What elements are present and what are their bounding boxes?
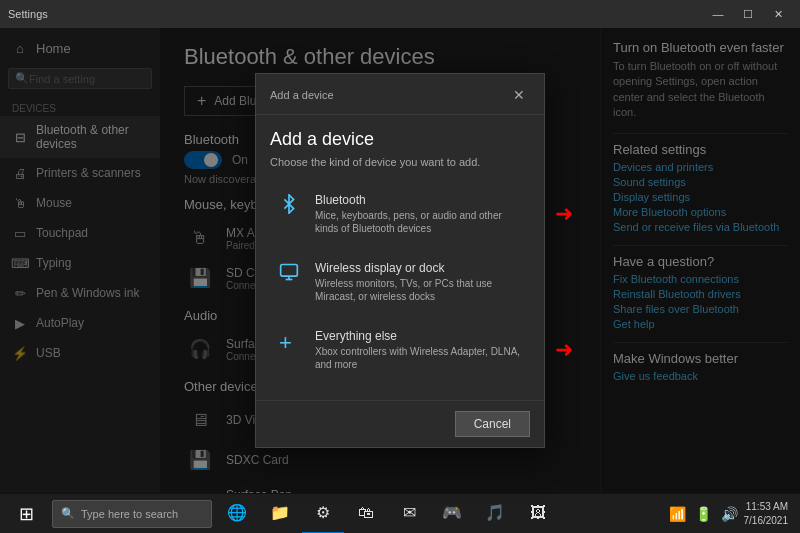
svg-rect-0 xyxy=(281,265,298,277)
modal-title: Add a device xyxy=(270,129,530,150)
red-arrow-bluetooth: ➜ xyxy=(555,201,573,227)
everything-option-title: Everything else xyxy=(315,329,521,343)
modal-option-everything[interactable]: + Everything else Xbox controllers with … xyxy=(270,318,530,382)
taskbar-apps: 🌐 📁 ⚙ 🛍 ✉ 🎮 🎵 🖼 xyxy=(216,494,559,534)
taskbar-app-mail[interactable]: ✉ xyxy=(388,494,430,534)
taskbar-app-settings[interactable]: ⚙ xyxy=(302,494,344,534)
volume-icon[interactable]: 🔊 xyxy=(718,494,742,534)
battery-icon[interactable]: 🔋 xyxy=(692,494,716,534)
taskbar-app-edge[interactable]: 🌐 xyxy=(216,494,258,534)
taskbar-system-icons: 📶 🔋 🔊 11:53 AM 7/16/2021 xyxy=(666,494,797,534)
modal-subtitle: Choose the kind of device you want to ad… xyxy=(270,156,530,168)
search-icon: 🔍 xyxy=(61,507,75,520)
bluetooth-option-title: Bluetooth xyxy=(315,193,521,207)
modal-body: Add a device Choose the kind of device y… xyxy=(256,115,544,400)
taskbar-app-files[interactable]: 📁 xyxy=(259,494,301,534)
taskbar-search[interactable]: 🔍 Type here to search xyxy=(52,500,212,528)
modal-option-wireless[interactable]: Wireless display or dock Wireless monito… xyxy=(270,250,530,314)
taskbar-time[interactable]: 11:53 AM 7/16/2021 xyxy=(744,500,797,528)
modal-header: Add a device ✕ xyxy=(256,74,544,115)
wireless-option-title: Wireless display or dock xyxy=(315,261,521,275)
taskbar-app-store[interactable]: 🛍 xyxy=(345,494,387,534)
titlebar: Settings — ☐ ✕ xyxy=(0,0,800,28)
taskbar-app-photos[interactable]: 🖼 xyxy=(517,494,559,534)
modal-option-bluetooth[interactable]: Bluetooth Mice, keyboards, pens, or audi… xyxy=(270,182,530,246)
wireless-option-icon xyxy=(279,262,303,287)
start-button[interactable]: ⊞ xyxy=(4,494,48,533)
modal-overlay: Add a device ✕ Add a device Choose the k… xyxy=(0,28,800,493)
modal-header-title: Add a device xyxy=(270,89,334,101)
modal-footer: Cancel xyxy=(256,400,544,447)
red-arrow-everything: ➜ xyxy=(555,337,573,363)
maximize-button[interactable]: ☐ xyxy=(734,4,762,24)
modal-close-button[interactable]: ✕ xyxy=(508,84,530,106)
modal-cancel-button[interactable]: Cancel xyxy=(455,411,530,437)
taskbar-search-label: Type here to search xyxy=(81,508,178,520)
close-button[interactable]: ✕ xyxy=(764,4,792,24)
taskbar: ⊞ 🔍 Type here to search 🌐 📁 ⚙ 🛍 ✉ 🎮 🎵 🖼 … xyxy=(0,493,800,533)
everything-option-desc: Xbox controllers with Wireless Adapter, … xyxy=(315,345,521,371)
titlebar-controls: — ☐ ✕ xyxy=(704,4,792,24)
taskbar-app-xbox[interactable]: 🎮 xyxy=(431,494,473,534)
everything-option-icon: + xyxy=(279,330,303,356)
network-icon[interactable]: 📶 xyxy=(666,494,690,534)
add-device-modal: Add a device ✕ Add a device Choose the k… xyxy=(255,73,545,448)
bluetooth-option-icon xyxy=(279,194,303,219)
titlebar-title: Settings xyxy=(8,8,48,20)
bluetooth-option-desc: Mice, keyboards, pens, or audio and othe… xyxy=(315,209,521,235)
taskbar-app-music[interactable]: 🎵 xyxy=(474,494,516,534)
wireless-option-desc: Wireless monitors, TVs, or PCs that use … xyxy=(315,277,521,303)
minimize-button[interactable]: — xyxy=(704,4,732,24)
